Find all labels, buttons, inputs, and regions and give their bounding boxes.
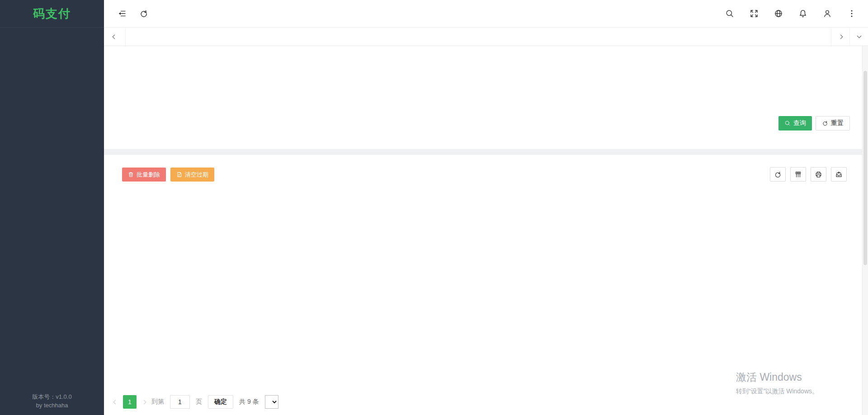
columns-icon <box>794 171 802 178</box>
next-page-button[interactable] <box>142 400 146 404</box>
current-page-button[interactable]: 1 <box>123 395 137 409</box>
prev-page-button[interactable] <box>113 400 118 404</box>
sidebar-menu <box>0 28 104 28</box>
sidebar: 码支付 版本号：v1.0.0 by techhaha <box>0 0 104 415</box>
page-unit-label: 页 <box>196 398 202 406</box>
user-avatar-icon[interactable] <box>823 9 832 18</box>
search-icon <box>784 120 791 126</box>
notifications-icon[interactable] <box>798 9 807 18</box>
version-author: by techhaha <box>0 401 104 410</box>
refresh-icon <box>822 120 828 126</box>
table-print-button[interactable] <box>811 167 826 182</box>
tabs-scroll-left-button[interactable] <box>104 28 126 46</box>
export-icon <box>835 171 843 178</box>
goto-page-input[interactable] <box>170 395 190 409</box>
pagination: 1 到第 页 确定 共 9 条 <box>114 395 278 409</box>
fullscreen-icon[interactable] <box>750 9 759 18</box>
vertical-scrollbar <box>862 46 868 415</box>
chevron-down-icon <box>857 34 861 38</box>
refresh-page-icon[interactable] <box>139 9 148 18</box>
filter-panel: 查询 重置 <box>104 46 862 149</box>
clear-expired-button[interactable]: 清空过期 <box>170 168 214 182</box>
table-export-button[interactable] <box>831 167 847 182</box>
tabs-scroll-right-button[interactable] <box>831 28 849 46</box>
total-count-label: 共 9 条 <box>239 398 259 406</box>
scrollbar-thumb[interactable] <box>863 71 867 265</box>
collapse-menu-icon[interactable] <box>118 9 127 18</box>
goto-confirm-button[interactable]: 确定 <box>208 395 233 409</box>
goto-label: 到第 <box>151 398 164 406</box>
chevron-left-icon <box>113 34 117 39</box>
app-logo: 码支付 <box>0 0 104 28</box>
trash-icon <box>128 172 134 177</box>
version-number: 版本号：v1.0.0 <box>0 392 104 401</box>
page-size-select[interactable] <box>265 395 278 409</box>
search-icon[interactable] <box>725 9 734 18</box>
table-columns-button[interactable] <box>790 167 806 182</box>
orders-panel: 批量删除 清空过期 1 到第 <box>104 155 862 415</box>
topbar <box>104 0 868 28</box>
section-gap <box>104 149 862 155</box>
chevron-right-icon <box>838 34 843 39</box>
reset-button[interactable]: 重置 <box>816 116 850 131</box>
main-content: 查询 重置 批量删除 清空过期 <box>104 46 862 415</box>
printer-icon <box>815 171 822 178</box>
more-menu-icon[interactable] <box>847 9 856 18</box>
search-button[interactable]: 查询 <box>778 116 812 131</box>
refresh-icon <box>774 171 782 178</box>
batch-delete-button[interactable]: 批量删除 <box>122 168 166 182</box>
version-info: 版本号：v1.0.0 by techhaha <box>0 392 104 410</box>
clear-doc-icon <box>176 172 182 177</box>
table-refresh-button[interactable] <box>770 167 786 182</box>
tabbar <box>104 28 868 46</box>
tabs-more-button[interactable] <box>849 28 868 46</box>
language-icon[interactable] <box>774 9 783 18</box>
